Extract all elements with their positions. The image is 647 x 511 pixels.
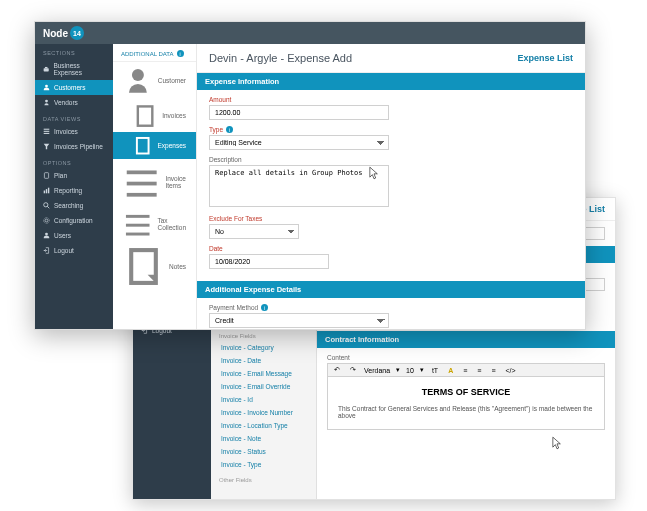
description-textarea[interactable]: Replace all details in Group Photos: [209, 165, 389, 207]
svg-point-27: [45, 233, 48, 236]
field-link[interactable]: Invoice - Status: [211, 445, 316, 458]
payment-method-label: Payment Method: [209, 304, 258, 311]
subnav-item-tax-collection[interactable]: Tax Collection: [113, 205, 196, 242]
subnav-item-customer[interactable]: Customer: [113, 62, 196, 100]
field-link[interactable]: Invoice - Date: [211, 354, 316, 367]
redo-icon[interactable]: ↷: [348, 366, 358, 374]
sidebar-section-label: DATA VIEWS: [35, 110, 113, 124]
description-label: Description: [209, 156, 573, 163]
sidebar-item-users[interactable]: Users: [35, 228, 113, 243]
user-icon: [123, 66, 153, 96]
page-title: Devin - Argyle - Expense Add: [209, 52, 352, 64]
brand-name: Node: [43, 28, 68, 39]
users-icon: [43, 84, 50, 91]
subnav-item-invoices[interactable]: Invoices: [113, 100, 196, 132]
chart-icon: [43, 187, 50, 194]
page-header: Devin - Argyle - Expense Add Expense Lis…: [197, 44, 585, 73]
field-link[interactable]: Invoice - Email Override: [211, 380, 316, 393]
align-left-icon[interactable]: ≡: [461, 367, 469, 374]
svg-rect-34: [126, 215, 150, 218]
exclude-label: Exclude For Taxes: [209, 215, 573, 222]
search-icon: [43, 202, 50, 209]
sidebar-item-business-expenses[interactable]: Business Expenses: [35, 58, 113, 80]
list-icon: [43, 128, 50, 135]
briefcase-icon: [43, 66, 49, 73]
sidebar-item-configuration[interactable]: Configuration: [35, 213, 113, 228]
app-titlebar: Node 14: [35, 22, 585, 44]
field-link[interactable]: Invoice - Email Message: [211, 367, 316, 380]
size-select[interactable]: 10: [406, 367, 414, 374]
date-input[interactable]: [209, 254, 329, 269]
code-icon[interactable]: </>: [503, 367, 517, 374]
field-link[interactable]: Invoice - Location Type: [211, 419, 316, 432]
main-panel: Devin - Argyle - Expense Add Expense Lis…: [197, 44, 585, 329]
payment-method-select[interactable]: Credit: [209, 313, 389, 328]
svg-rect-29: [138, 106, 152, 125]
svg-rect-19: [44, 173, 48, 179]
sidebar-item-logout[interactable]: Logout: [35, 243, 113, 258]
fontsize-icon[interactable]: tT: [430, 367, 440, 374]
svg-rect-35: [126, 224, 150, 227]
align-right-icon[interactable]: ≡: [489, 367, 497, 374]
sidebar-item-invoices-pipeline[interactable]: Invoices Pipeline: [35, 139, 113, 154]
svg-rect-18: [44, 133, 50, 134]
align-center-icon[interactable]: ≡: [475, 367, 483, 374]
svg-point-26: [44, 218, 50, 224]
logout-icon: [43, 247, 50, 254]
sidebar-item-searching[interactable]: Searching: [35, 198, 113, 213]
exclude-select[interactable]: No: [209, 224, 299, 239]
sub-nav: ADDITIONAL DATA i Customer Invoices Expe…: [113, 44, 197, 329]
svg-rect-36: [126, 232, 150, 235]
list-icon: [123, 163, 160, 200]
svg-point-15: [45, 100, 48, 103]
doc-icon: [133, 136, 152, 155]
info-icon[interactable]: i: [177, 50, 184, 57]
info-icon[interactable]: i: [261, 304, 268, 311]
gear-icon: [43, 217, 50, 224]
svg-rect-13: [45, 66, 48, 67]
svg-point-28: [132, 69, 144, 81]
svg-point-14: [45, 85, 48, 88]
text-color-icon[interactable]: A: [446, 367, 455, 374]
field-link[interactable]: Invoice - Id: [211, 393, 316, 406]
type-label: Type: [209, 126, 223, 133]
subnav-item-notes[interactable]: Notes: [113, 242, 196, 291]
sidebar-item-plan[interactable]: Plan: [35, 168, 113, 183]
subnav-item-invoice-items[interactable]: Invoice Items: [113, 159, 196, 204]
svg-rect-33: [127, 193, 157, 197]
list-icon: [123, 209, 152, 238]
date-label: Date: [209, 245, 573, 252]
info-icon[interactable]: i: [226, 126, 233, 133]
editor-toolbar: ↶ ↷ Verdana▾ 10▾ tT A ≡ ≡ ≡ </>: [327, 363, 605, 377]
svg-rect-22: [48, 188, 49, 194]
amount-input[interactable]: [209, 105, 389, 120]
svg-line-24: [47, 206, 49, 208]
sidebar-item-invoices[interactable]: Invoices: [35, 124, 113, 139]
sidebar-item-customers[interactable]: Customers: [35, 80, 113, 95]
font-select[interactable]: Verdana: [364, 367, 390, 374]
svg-rect-17: [44, 131, 50, 132]
content-label: Content: [327, 354, 605, 361]
svg-rect-20: [44, 191, 45, 194]
amount-label: Amount: [209, 96, 573, 103]
group-heading: Other Fields: [211, 471, 316, 485]
subnav-item-expenses[interactable]: Expenses: [113, 132, 196, 159]
sidebar-section-label: OPTIONS: [35, 154, 113, 168]
expense-list-link[interactable]: Expense List: [517, 53, 573, 63]
svg-rect-21: [46, 189, 47, 193]
field-link[interactable]: Invoice - Category: [211, 341, 316, 354]
svg-rect-32: [127, 182, 157, 186]
field-link[interactable]: Invoice - Note: [211, 432, 316, 445]
sidebar-item-vendors[interactable]: Vendors: [35, 95, 113, 110]
field-link[interactable]: Invoice - Type: [211, 458, 316, 471]
section-bar-contract: Contract Information: [317, 331, 615, 348]
sub-nav-heading: ADDITIONAL DATA i: [113, 44, 196, 62]
svg-rect-31: [127, 171, 157, 175]
sidebar-item-reporting[interactable]: Reporting: [35, 183, 113, 198]
undo-icon[interactable]: ↶: [332, 366, 342, 374]
editor-document[interactable]: TERMS OF SERVICE This Contract for Gener…: [327, 377, 605, 430]
clipboard-icon: [43, 172, 50, 179]
type-select[interactable]: Editing Service: [209, 135, 389, 150]
field-link[interactable]: Invoice - Invoice Number: [211, 406, 316, 419]
expense-window: Node 14 SECTIONS Business Expenses Custo…: [34, 21, 586, 330]
